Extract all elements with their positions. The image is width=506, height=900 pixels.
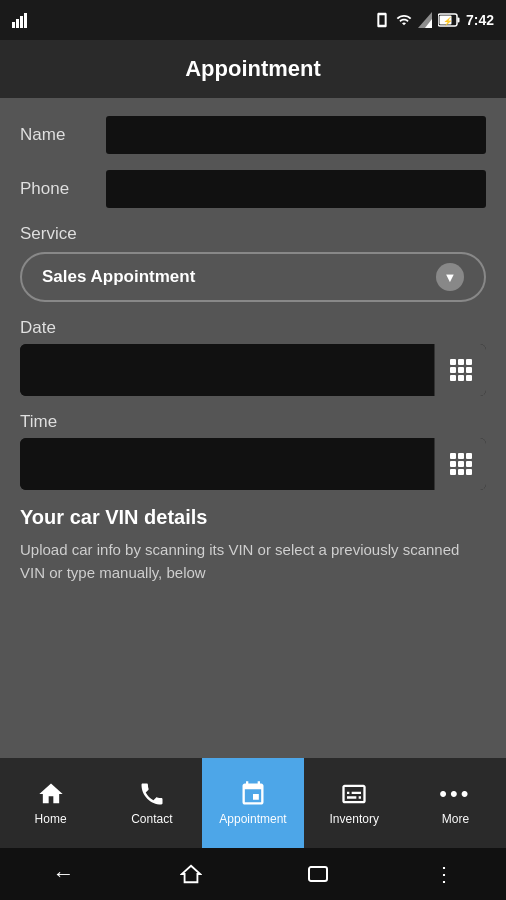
wifi-icon (396, 12, 412, 28)
nav-item-appointment[interactable]: Appointment (202, 758, 303, 848)
svg-rect-1 (16, 19, 19, 28)
svg-rect-2 (20, 16, 23, 28)
nav-item-inventory[interactable]: Inventory (304, 758, 405, 848)
vin-description: Upload car info by scanning its VIN or s… (20, 539, 486, 584)
nav-label-contact: Contact (131, 812, 172, 826)
inventory-icon (340, 780, 368, 808)
name-input[interactable] (106, 116, 486, 154)
name-row: Name (20, 116, 486, 154)
status-bar: ⚡ 7:42 (0, 0, 506, 40)
date-input-row (20, 344, 486, 396)
time-grid-icon (450, 453, 472, 475)
recent-apps-button[interactable] (307, 865, 329, 883)
svg-marker-10 (181, 866, 199, 883)
battery-icon: ⚡ (438, 13, 460, 27)
time-label: Time (20, 412, 486, 432)
date-calendar-button[interactable] (434, 344, 486, 396)
phone-label: Phone (20, 179, 92, 199)
vin-section: Your car VIN details Upload car info by … (20, 506, 486, 584)
svg-rect-7 (457, 18, 459, 23)
page-title: Appointment (185, 56, 321, 82)
nav-item-home[interactable]: Home (0, 758, 101, 848)
svg-rect-3 (24, 13, 27, 28)
svg-rect-0 (12, 22, 15, 28)
nav-label-appointment: Appointment (219, 812, 286, 826)
name-label: Name (20, 125, 92, 145)
time-calendar-button[interactable] (434, 438, 486, 490)
date-input[interactable] (20, 344, 434, 396)
service-section: Service Sales Appointment ▼ (20, 224, 486, 302)
home-icon (37, 780, 65, 808)
date-section: Date (20, 318, 486, 396)
nav-item-more[interactable]: ••• More (405, 758, 506, 848)
time-input-row (20, 438, 486, 490)
time-input[interactable] (20, 438, 434, 490)
status-bar-left (12, 12, 30, 28)
appointment-icon (239, 780, 267, 808)
phone-icon (374, 12, 390, 28)
chevron-down-icon: ▼ (436, 263, 464, 291)
nav-label-home: Home (35, 812, 67, 826)
service-value: Sales Appointment (42, 267, 195, 287)
home-button[interactable] (180, 863, 202, 885)
signal-icon (12, 12, 30, 28)
service-label: Service (20, 224, 486, 244)
bottom-navigation: Home Contact Appointment Inventory ••• M… (0, 758, 506, 848)
phone-input[interactable] (106, 170, 486, 208)
main-content: Name Phone Service Sales Appointment ▼ D… (0, 98, 506, 758)
contact-icon (138, 780, 166, 808)
more-icon: ••• (439, 780, 471, 808)
android-navigation: ← ⋮ (0, 848, 506, 900)
svg-rect-11 (309, 867, 327, 881)
status-bar-right: ⚡ 7:42 (374, 12, 494, 28)
nav-label-inventory: Inventory (330, 812, 379, 826)
nav-label-more: More (442, 812, 469, 826)
menu-button[interactable]: ⋮ (434, 862, 454, 886)
time-section: Time (20, 412, 486, 490)
service-dropdown[interactable]: Sales Appointment ▼ (20, 252, 486, 302)
svg-text:⚡: ⚡ (443, 16, 453, 26)
back-button[interactable]: ← (53, 861, 75, 887)
time-display: 7:42 (466, 12, 494, 28)
signal-strength-icon (418, 12, 432, 28)
phone-row: Phone (20, 170, 486, 208)
title-bar: Appointment (0, 40, 506, 98)
calendar-grid-icon (450, 359, 472, 381)
nav-item-contact[interactable]: Contact (101, 758, 202, 848)
vin-title: Your car VIN details (20, 506, 486, 529)
date-label: Date (20, 318, 486, 338)
